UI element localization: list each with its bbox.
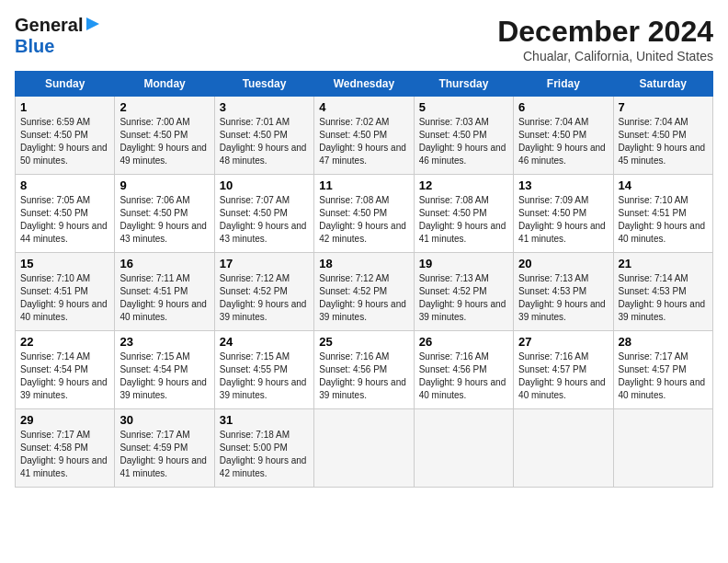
column-header-monday: Monday: [115, 72, 214, 97]
day-info: Sunrise: 7:01 AMSunset: 4:50 PMDaylight:…: [220, 116, 309, 167]
calendar-cell: 31Sunrise: 7:18 AMSunset: 5:00 PMDayligh…: [214, 409, 313, 488]
svg-marker-0: [86, 17, 99, 30]
day-info: Sunrise: 7:13 AMSunset: 4:52 PMDaylight:…: [419, 272, 508, 324]
day-info: Sunrise: 7:17 AMSunset: 4:59 PMDaylight:…: [119, 429, 209, 480]
day-info: Sunrise: 7:13 AMSunset: 4:53 PMDaylight:…: [518, 272, 608, 324]
calendar-cell: 27Sunrise: 7:16 AMSunset: 4:57 PMDayligh…: [514, 331, 613, 409]
calendar-week-row: 8Sunrise: 7:05 AMSunset: 4:50 PMDaylight…: [16, 175, 713, 253]
day-info: Sunrise: 7:07 AMSunset: 4:50 PMDaylight:…: [220, 194, 309, 246]
day-number: 27: [518, 335, 608, 349]
page-header: General Blue December 2024 Chualar, Cali…: [15, 15, 713, 63]
day-number: 4: [319, 100, 408, 114]
column-header-saturday: Saturday: [613, 72, 712, 97]
column-header-tuesday: Tuesday: [214, 72, 313, 97]
calendar-cell: [514, 409, 613, 488]
day-number: 19: [419, 257, 508, 270]
calendar-week-row: 29Sunrise: 7:17 AMSunset: 4:58 PMDayligh…: [16, 409, 713, 488]
calendar-cell: 25Sunrise: 7:16 AMSunset: 4:56 PMDayligh…: [314, 331, 414, 409]
calendar-cell: 16Sunrise: 7:11 AMSunset: 4:51 PMDayligh…: [115, 253, 214, 331]
day-info: Sunrise: 7:08 AMSunset: 4:50 PMDaylight:…: [419, 194, 508, 246]
day-number: 7: [619, 100, 708, 114]
logo: General Blue: [15, 15, 101, 57]
day-info: Sunrise: 6:59 AMSunset: 4:50 PMDaylight:…: [20, 116, 109, 167]
day-info: Sunrise: 7:17 AMSunset: 4:57 PMDaylight:…: [619, 350, 708, 402]
day-number: 11: [319, 178, 408, 192]
calendar-cell: 7Sunrise: 7:04 AMSunset: 4:50 PMDaylight…: [613, 97, 712, 175]
day-number: 2: [119, 100, 209, 114]
day-number: 6: [518, 100, 608, 114]
calendar-week-row: 1Sunrise: 6:59 AMSunset: 4:50 PMDaylight…: [16, 97, 713, 175]
calendar-cell: 4Sunrise: 7:02 AMSunset: 4:50 PMDaylight…: [314, 97, 414, 175]
calendar-cell: 15Sunrise: 7:10 AMSunset: 4:51 PMDayligh…: [16, 253, 115, 331]
calendar-cell: 5Sunrise: 7:03 AMSunset: 4:50 PMDaylight…: [414, 97, 513, 175]
day-info: Sunrise: 7:06 AMSunset: 4:50 PMDaylight:…: [119, 194, 209, 246]
calendar-cell: [314, 409, 414, 488]
day-number: 3: [220, 100, 309, 114]
day-number: 20: [518, 257, 608, 270]
day-number: 1: [20, 100, 109, 114]
calendar-cell: 13Sunrise: 7:09 AMSunset: 4:50 PMDayligh…: [514, 175, 613, 253]
calendar-cell: 3Sunrise: 7:01 AMSunset: 4:50 PMDaylight…: [214, 97, 313, 175]
day-number: 18: [319, 257, 408, 270]
day-number: 23: [119, 335, 209, 349]
day-number: 26: [419, 335, 508, 349]
day-info: Sunrise: 7:16 AMSunset: 4:56 PMDaylight:…: [319, 350, 408, 402]
page-title: December 2024: [497, 15, 713, 49]
day-info: Sunrise: 7:10 AMSunset: 4:51 PMDaylight:…: [619, 194, 708, 246]
day-number: 31: [220, 413, 309, 427]
calendar-cell: [613, 409, 712, 488]
day-number: 30: [119, 413, 209, 427]
day-info: Sunrise: 7:11 AMSunset: 4:51 PMDaylight:…: [119, 272, 209, 324]
day-number: 10: [220, 178, 309, 192]
calendar-cell: 17Sunrise: 7:12 AMSunset: 4:52 PMDayligh…: [214, 253, 313, 331]
calendar-cell: [414, 409, 513, 488]
calendar-cell: 21Sunrise: 7:14 AMSunset: 4:53 PMDayligh…: [613, 253, 712, 331]
day-info: Sunrise: 7:14 AMSunset: 4:53 PMDaylight:…: [619, 272, 708, 324]
calendar-cell: 2Sunrise: 7:00 AMSunset: 4:50 PMDaylight…: [115, 97, 214, 175]
page-subtitle: Chualar, California, United States: [497, 49, 713, 63]
calendar-cell: 10Sunrise: 7:07 AMSunset: 4:50 PMDayligh…: [214, 175, 313, 253]
day-info: Sunrise: 7:03 AMSunset: 4:50 PMDaylight:…: [419, 116, 508, 167]
calendar-cell: 6Sunrise: 7:04 AMSunset: 4:50 PMDaylight…: [514, 97, 613, 175]
calendar-week-row: 15Sunrise: 7:10 AMSunset: 4:51 PMDayligh…: [16, 253, 713, 331]
logo-blue: Blue: [15, 36, 54, 56]
day-number: 8: [20, 178, 109, 192]
day-info: Sunrise: 7:02 AMSunset: 4:50 PMDaylight:…: [319, 116, 408, 167]
day-number: 13: [518, 178, 608, 192]
day-info: Sunrise: 7:04 AMSunset: 4:50 PMDaylight:…: [619, 116, 708, 167]
day-info: Sunrise: 7:08 AMSunset: 4:50 PMDaylight:…: [319, 194, 408, 246]
calendar-cell: 28Sunrise: 7:17 AMSunset: 4:57 PMDayligh…: [613, 331, 712, 409]
day-info: Sunrise: 7:18 AMSunset: 5:00 PMDaylight:…: [220, 429, 309, 480]
day-info: Sunrise: 7:04 AMSunset: 4:50 PMDaylight:…: [518, 116, 608, 167]
calendar-header-row: SundayMondayTuesdayWednesdayThursdayFrid…: [16, 72, 713, 97]
calendar-table: SundayMondayTuesdayWednesdayThursdayFrid…: [15, 71, 713, 488]
day-number: 29: [20, 413, 109, 427]
day-info: Sunrise: 7:17 AMSunset: 4:58 PMDaylight:…: [20, 429, 109, 480]
calendar-cell: 18Sunrise: 7:12 AMSunset: 4:52 PMDayligh…: [314, 253, 414, 331]
day-info: Sunrise: 7:15 AMSunset: 4:54 PMDaylight:…: [119, 350, 209, 402]
calendar-cell: 1Sunrise: 6:59 AMSunset: 4:50 PMDaylight…: [16, 97, 115, 175]
day-info: Sunrise: 7:05 AMSunset: 4:50 PMDaylight:…: [20, 194, 109, 246]
column-header-wednesday: Wednesday: [314, 72, 414, 97]
calendar-cell: 8Sunrise: 7:05 AMSunset: 4:50 PMDaylight…: [16, 175, 115, 253]
logo-general: General: [15, 15, 83, 36]
column-header-sunday: Sunday: [16, 72, 115, 97]
calendar-week-row: 22Sunrise: 7:14 AMSunset: 4:54 PMDayligh…: [16, 331, 713, 409]
day-info: Sunrise: 7:09 AMSunset: 4:50 PMDaylight:…: [518, 194, 608, 246]
day-number: 9: [119, 178, 209, 192]
calendar-cell: 26Sunrise: 7:16 AMSunset: 4:56 PMDayligh…: [414, 331, 513, 409]
calendar-cell: 11Sunrise: 7:08 AMSunset: 4:50 PMDayligh…: [314, 175, 414, 253]
calendar-cell: 23Sunrise: 7:15 AMSunset: 4:54 PMDayligh…: [115, 331, 214, 409]
day-info: Sunrise: 7:12 AMSunset: 4:52 PMDaylight:…: [319, 272, 408, 324]
day-info: Sunrise: 7:00 AMSunset: 4:50 PMDaylight:…: [119, 116, 209, 167]
calendar-cell: 9Sunrise: 7:06 AMSunset: 4:50 PMDaylight…: [115, 175, 214, 253]
calendar-cell: 19Sunrise: 7:13 AMSunset: 4:52 PMDayligh…: [414, 253, 513, 331]
day-number: 12: [419, 178, 508, 192]
day-info: Sunrise: 7:12 AMSunset: 4:52 PMDaylight:…: [220, 272, 309, 324]
day-number: 16: [119, 257, 209, 270]
day-number: 25: [319, 335, 408, 349]
day-info: Sunrise: 7:16 AMSunset: 4:57 PMDaylight:…: [518, 350, 608, 402]
day-number: 14: [619, 178, 708, 192]
day-number: 22: [20, 335, 109, 349]
calendar-cell: 24Sunrise: 7:15 AMSunset: 4:55 PMDayligh…: [214, 331, 313, 409]
